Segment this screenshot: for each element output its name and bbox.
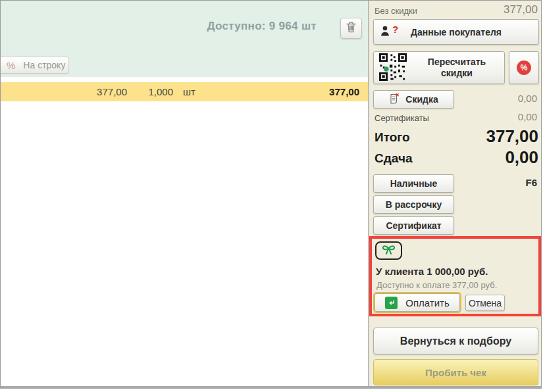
customer-button-label: Данные покупателя	[411, 27, 502, 37]
row-cell-price: 377,00	[86, 82, 127, 101]
gift-bow-icon	[380, 244, 397, 258]
gift-card-toggle-button[interactable]	[375, 241, 402, 260]
discount-doc-icon	[389, 93, 400, 106]
no-discount-value: 377,00	[504, 3, 538, 16]
client-balance-text: У клиента 1 000,00 руб.	[376, 266, 488, 277]
pay-installment-button[interactable]: В рассрочку	[373, 195, 454, 214]
delete-row-button[interactable]	[340, 18, 362, 39]
certificates-label: Сертификаты	[375, 113, 429, 123]
discount-per-line-button[interactable]: % На строку	[0, 57, 69, 74]
certificates-value: 0,00	[518, 111, 537, 122]
receipt-items-pane: Доступно: 9 964 шт % На строку 377,00 1,…	[1, 1, 368, 386]
discount-button-label: Скидка	[405, 94, 438, 105]
back-button-label: Вернуться к подбору	[400, 335, 511, 347]
total-label: Итого	[375, 130, 410, 145]
recalculate-discounts-button[interactable]: Пересчитать скидки	[373, 51, 505, 84]
pay-button[interactable]: Оплатить	[375, 293, 460, 312]
installment-button-label: В рассрочку	[386, 199, 442, 210]
row-cell-unit: шт	[183, 82, 195, 101]
gift-card-payment-panel: У клиента 1 000,00 руб. Доступно к оплат…	[369, 236, 541, 316]
selected-item-info-panel: Доступно: 9 964 шт % На строку	[1, 1, 368, 77]
row-cell-total: 377,00	[329, 82, 359, 101]
enter-key-icon	[385, 297, 398, 309]
change-label: Сдача	[375, 151, 412, 166]
cash-hotkey-label: F6	[525, 177, 537, 188]
back-to-selection-button[interactable]: Вернуться к подбору	[373, 328, 538, 355]
cancel-button-label: Отмена	[469, 298, 502, 308]
qr-code-icon	[379, 53, 407, 83]
row-cell-quantity: 1,000	[142, 82, 173, 101]
percent-red-icon: %	[517, 61, 531, 75]
per-line-label: На строку	[23, 60, 65, 70]
recalc-button-label: Пересчитать скидки	[413, 57, 504, 80]
available-to-pay-text: Доступно к оплате 377,00 руб.	[376, 280, 497, 290]
customer-data-button[interactable]: ? Данные покупателя	[373, 19, 539, 45]
trash-icon	[346, 22, 356, 36]
manual-discount-button[interactable]: %	[509, 51, 539, 84]
certificate-button-label: Сертификат	[386, 220, 441, 231]
cash-button-label: Наличные	[390, 178, 438, 189]
checkout-button-label: Пробить чек	[425, 367, 486, 378]
pay-button-label: Оплатить	[405, 297, 450, 308]
discount-button[interactable]: Скидка	[373, 90, 454, 109]
change-value: 0,00	[505, 147, 538, 168]
customer-person-icon: ?	[380, 25, 398, 37]
discount-value: 0,00	[518, 93, 537, 104]
total-value: 377,00	[486, 126, 538, 147]
no-discount-label: Без скидки	[375, 6, 417, 16]
pay-certificate-button[interactable]: Сертификат	[373, 216, 454, 235]
percent-icon: %	[7, 60, 15, 71]
print-receipt-button[interactable]: Пробить чек	[373, 359, 538, 385]
pos-window: Доступно: 9 964 шт % На строку 377,00 1,…	[0, 0, 542, 389]
question-mark-icon: ?	[392, 24, 398, 37]
pay-cash-button[interactable]: Наличные	[373, 174, 454, 193]
available-stock-label: Доступно: 9 964 шт	[207, 20, 317, 33]
payment-summary-pane: Без скидки 377,00 ? Данные покупателя	[369, 1, 541, 386]
receipt-item-row[interactable]: 377,00 1,000 шт 377,00	[1, 82, 368, 101]
cancel-button[interactable]: Отмена	[465, 295, 505, 311]
